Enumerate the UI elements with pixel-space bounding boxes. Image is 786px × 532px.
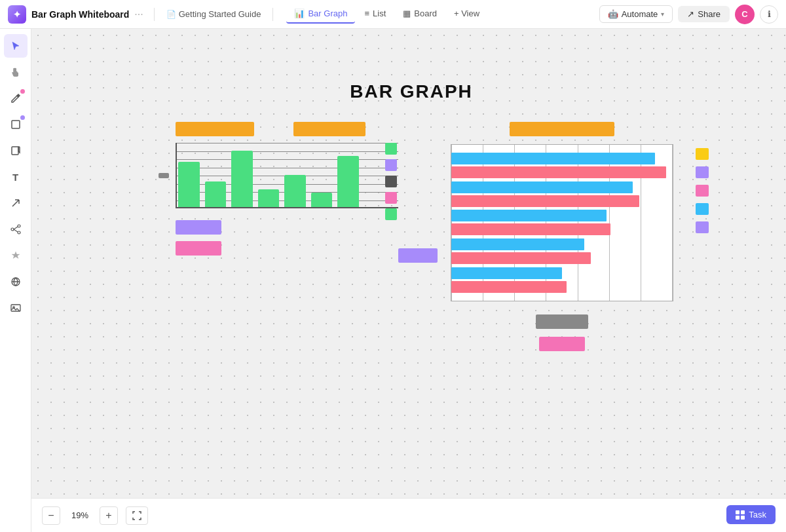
h-bar-red-4 [451, 252, 591, 264]
svg-rect-1 [12, 147, 18, 155]
zoom-level-display: 19% [68, 510, 92, 520]
network-tool[interactable] [4, 218, 28, 241]
bar-2 [205, 181, 227, 207]
tab-board[interactable]: ▦ Board [395, 5, 445, 24]
h-bar-red-5 [451, 281, 567, 293]
header-right: 🤖 Automate ▾ ↗ Share C ℹ [599, 5, 778, 24]
below-left-chart [176, 220, 398, 256]
h-bar-group-2 [451, 181, 673, 207]
shape-dot [20, 115, 25, 120]
zoom-bar: − 19% + Task [31, 498, 786, 532]
legend-gray [385, 176, 397, 187]
horizontal-chart-area [451, 144, 673, 301]
h-bar-group-4 [451, 238, 673, 264]
h-bar-red-2 [451, 195, 639, 207]
zoom-in-button[interactable]: + [100, 506, 118, 525]
task-grid-icon [736, 510, 745, 520]
svg-point-4 [18, 231, 20, 234]
vertical-chart-area [117, 143, 398, 208]
list-icon: ≡ [364, 9, 369, 18]
toolbar-sidebar: T [0, 29, 31, 532]
orange-label-2 [293, 122, 365, 136]
legend-green [385, 143, 397, 155]
fit-icon [132, 510, 142, 521]
legend-pink [385, 192, 397, 204]
cursor-tool[interactable] [4, 34, 28, 58]
bar-4 [258, 189, 280, 207]
fit-to-screen-button[interactable] [126, 506, 148, 525]
board-icon: ▦ [403, 9, 411, 18]
legend-purple-r2 [696, 221, 709, 233]
h-bars [451, 145, 673, 301]
bar-3 [231, 151, 253, 207]
dropdown-arrow-icon: ▾ [661, 10, 664, 18]
breadcrumb-getting-started[interactable]: 📄 Getting Started Guide [162, 7, 265, 22]
floating-purple-block [398, 248, 438, 263]
orange-label-1 [176, 122, 254, 136]
bar-5 [284, 175, 306, 207]
note-tool[interactable] [4, 139, 28, 162]
share-icon: ↗ [687, 9, 694, 19]
arrow-tool[interactable] [4, 191, 28, 215]
h-bar-blue-3 [451, 210, 607, 221]
right-chart [451, 122, 673, 351]
legend-green2 [385, 208, 397, 220]
main-layout: T BAR GRAPH [0, 29, 786, 532]
pen-tool[interactable] [4, 86, 28, 110]
bar-graph-icon: 📊 [294, 9, 305, 18]
share-button[interactable]: ↗ Share [678, 6, 730, 22]
h-bar-blue-5 [451, 267, 562, 279]
text-tool[interactable]: T [4, 165, 28, 189]
right-chart-legend [696, 148, 709, 233]
charts-row [117, 122, 706, 351]
left-chart [117, 122, 398, 351]
app-logo: ✦ [8, 5, 26, 24]
ai-tool[interactable] [4, 244, 28, 267]
divider [154, 8, 155, 21]
hand-tool[interactable] [4, 60, 28, 84]
canvas-area[interactable]: BAR GRAPH [31, 29, 786, 532]
h-bar-blue-2 [451, 181, 633, 193]
h-bar-red-3 [451, 223, 610, 235]
page-title: Bar Graph Whiteboard [31, 9, 129, 20]
divider [272, 8, 273, 21]
tab-bar-graph[interactable]: 📊 Bar Graph [286, 5, 355, 24]
view-button[interactable]: + View [446, 5, 487, 24]
automate-button[interactable]: 🤖 Automate ▾ [599, 5, 673, 23]
embed-tool[interactable] [4, 270, 28, 294]
task-button[interactable]: Task [726, 505, 776, 524]
info-button[interactable]: ℹ [760, 5, 778, 24]
legend-purple [385, 159, 397, 171]
bars-container [178, 143, 359, 207]
tab-list[interactable]: ≡ List [356, 5, 394, 24]
header: ✦ Bar Graph Whiteboard ··· 📄 Getting Sta… [0, 0, 786, 29]
gray-axis-label [159, 173, 169, 178]
svg-line-6 [14, 229, 18, 232]
bar-6 [311, 193, 333, 207]
bar-7 [337, 156, 359, 207]
svg-line-5 [14, 227, 18, 229]
image-tool[interactable] [4, 296, 28, 320]
avatar: C [735, 5, 755, 24]
more-options-icon[interactable]: ··· [134, 9, 143, 20]
h-bar-group-3 [451, 210, 673, 235]
legend-purple-r [696, 166, 709, 178]
zoom-out-button[interactable]: − [42, 506, 60, 525]
legend-pink-r [696, 185, 709, 197]
h-bar-group-5 [451, 267, 673, 293]
whiteboard-content: BAR GRAPH [117, 81, 706, 351]
pink-bottom-block [539, 337, 585, 351]
chart-plot-area [176, 143, 398, 208]
navigation-tabs: 📊 Bar Graph ≡ List ▦ Board + View [286, 5, 487, 24]
right-chart-header [451, 122, 673, 136]
svg-point-2 [11, 228, 14, 231]
chart-left-label [117, 143, 176, 208]
purple-label-block [176, 220, 221, 235]
shape-tool[interactable] [4, 113, 28, 136]
h-bar-blue-1 [451, 153, 655, 164]
h-bar-group-1 [451, 153, 673, 178]
svg-point-3 [18, 225, 20, 227]
chart-main-title: BAR GRAPH [117, 81, 706, 102]
pink-label-block [176, 241, 221, 256]
h-bar-blue-4 [451, 238, 584, 250]
